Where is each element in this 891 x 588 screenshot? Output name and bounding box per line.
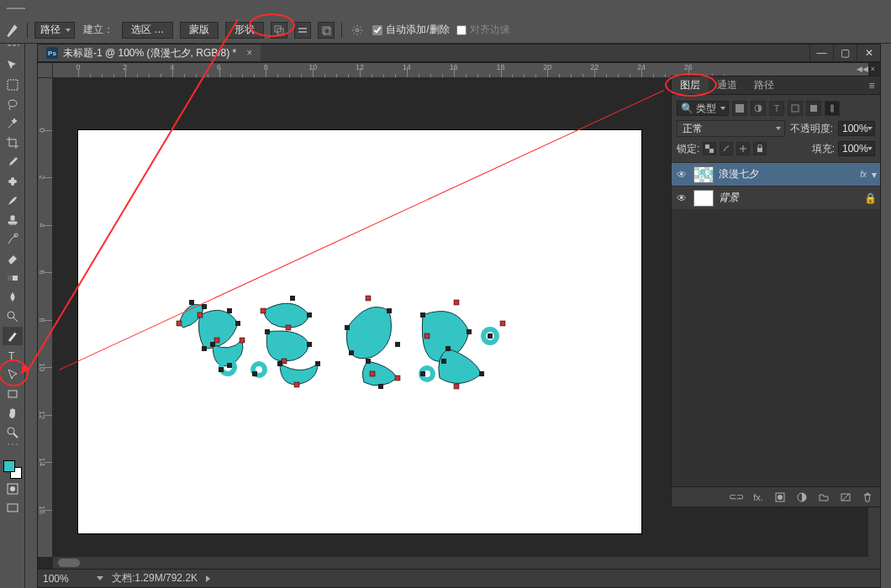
filter-pixel-icon[interactable]: [732, 101, 747, 116]
tool-mode-dropdown[interactable]: 路径: [34, 22, 75, 39]
layer-fx-icon[interactable]: fx.: [751, 490, 766, 505]
path-combine-icon[interactable]: [271, 22, 287, 39]
layer-item-text[interactable]: 👁 浪漫 浪漫七夕 fx ▾: [672, 162, 880, 186]
auto-add-remove-input[interactable]: [372, 25, 382, 35]
align-edges-checkbox[interactable]: 对齐边缘: [456, 23, 510, 37]
canvas-page[interactable]: [78, 130, 641, 533]
layer-mask-icon[interactable]: [772, 490, 788, 505]
gradient-tool[interactable]: [3, 269, 23, 287]
layer-name[interactable]: 浪漫七夕: [719, 167, 855, 181]
layers-empty-area[interactable]: [672, 209, 880, 486]
filter-smart-icon[interactable]: [806, 101, 821, 116]
zoom-level[interactable]: 100%: [43, 573, 88, 585]
shape-button[interactable]: 形状: [225, 22, 264, 39]
path-selection-tool[interactable]: [3, 365, 23, 384]
type-tool[interactable]: T: [3, 346, 23, 365]
svg-rect-53: [294, 382, 299, 387]
path-arrange-icon[interactable]: [318, 22, 335, 39]
hand-tool[interactable]: [3, 404, 23, 423]
auto-add-remove-checkbox[interactable]: 自动添加/删除: [372, 23, 449, 37]
layer-item-background[interactable]: 👁 背景 🔒: [672, 186, 880, 209]
new-layer-icon[interactable]: [838, 490, 853, 505]
expand-icon[interactable]: [206, 575, 214, 582]
history-brush-tool[interactable]: [3, 230, 23, 249]
lock-all-icon[interactable]: [753, 142, 767, 155]
svg-rect-42: [227, 363, 232, 368]
filter-adjust-icon[interactable]: [751, 101, 766, 116]
svg-rect-20: [8, 391, 17, 397]
delete-layer-icon[interactable]: [860, 490, 875, 505]
tab-paths[interactable]: 路径: [746, 76, 783, 94]
hamburger-icon[interactable]: [7, 8, 25, 9]
tab-channels[interactable]: 通道: [709, 76, 746, 94]
svg-rect-47: [286, 325, 291, 330]
filter-type-icon[interactable]: T: [769, 101, 784, 116]
layer-thumbnail[interactable]: [693, 190, 714, 207]
brush-tool[interactable]: [3, 192, 23, 210]
align-edges-input[interactable]: [456, 25, 467, 35]
chevron-down-icon[interactable]: ▾: [872, 169, 877, 181]
lock-position-icon[interactable]: [736, 142, 750, 155]
group-icon[interactable]: [816, 490, 831, 505]
svg-rect-7: [8, 45, 11, 46]
lock-transparent-icon[interactable]: [703, 142, 716, 155]
fill-value[interactable]: 100%: [838, 141, 875, 156]
filter-shape-icon[interactable]: [788, 101, 803, 116]
move-tool[interactable]: [3, 56, 23, 75]
lasso-tool[interactable]: [3, 95, 23, 113]
blur-tool[interactable]: [3, 288, 23, 307]
lock-label: 锁定:: [677, 142, 699, 156]
lock-icon[interactable]: 🔒: [864, 192, 877, 204]
layer-name[interactable]: 背景: [719, 191, 859, 205]
dropdown-icon[interactable]: [97, 576, 103, 580]
layer-fx-badge[interactable]: fx: [860, 170, 867, 179]
magic-wand-tool[interactable]: [3, 114, 23, 133]
stamp-tool[interactable]: [3, 211, 23, 229]
tab-layers[interactable]: 图层: [672, 76, 709, 94]
eyedropper-tool[interactable]: [3, 153, 23, 171]
layer-thumbnail[interactable]: 浪漫: [693, 166, 714, 183]
screen-mode-icon[interactable]: [3, 499, 23, 517]
panel-menu-icon[interactable]: ≡: [863, 76, 880, 94]
marquee-tool[interactable]: [3, 76, 23, 94]
maximize-button[interactable]: ▢: [833, 45, 857, 61]
scroll-thumb[interactable]: [58, 559, 80, 567]
close-tab-icon[interactable]: ×: [246, 47, 252, 59]
rectangle-tool[interactable]: [3, 385, 23, 403]
align-edges-label: 对齐边缘: [470, 23, 510, 37]
selection-button[interactable]: 选区 …: [122, 22, 173, 39]
build-label: 建立：: [82, 23, 115, 37]
visibility-icon[interactable]: 👁: [675, 169, 688, 181]
dodge-tool[interactable]: [3, 307, 23, 326]
crop-tool[interactable]: [3, 134, 23, 152]
mask-button[interactable]: 蒙版: [180, 22, 219, 39]
link-layers-icon[interactable]: ⊂⊃: [729, 490, 744, 505]
document-tab[interactable]: Ps 未标题-1 @ 100% (浪漫七夕, RGB/8) * ×: [38, 45, 261, 61]
healing-brush-tool[interactable]: [3, 172, 23, 191]
vertical-ruler[interactable]: 0246810121416: [38, 78, 53, 557]
minimize-button[interactable]: —: [809, 45, 833, 61]
collapse-icon[interactable]: ◀◀ ×: [857, 65, 875, 73]
blend-mode-dropdown[interactable]: 正常: [677, 120, 785, 137]
color-swatch[interactable]: [3, 460, 22, 479]
pen-tool[interactable]: [3, 327, 23, 345]
filter-type-dropdown[interactable]: 🔍 类型: [677, 101, 729, 116]
adjustment-layer-icon[interactable]: [794, 490, 809, 505]
close-button[interactable]: ✕: [857, 45, 880, 61]
visibility-icon[interactable]: 👁: [675, 192, 688, 204]
gear-icon[interactable]: [349, 22, 366, 39]
svg-rect-36: [227, 308, 232, 313]
artwork-paths[interactable]: [171, 290, 540, 407]
opacity-value[interactable]: 100%: [838, 121, 875, 136]
document-title: 未标题-1 @ 100% (浪漫七夕, RGB/8) *: [63, 46, 236, 60]
eraser-tool[interactable]: [3, 249, 23, 268]
filter-toggle-icon[interactable]: [825, 101, 840, 116]
edit-toolbar-icon[interactable]: [3, 443, 23, 454]
path-align-icon[interactable]: [294, 22, 311, 39]
quick-mask-icon[interactable]: [3, 480, 23, 498]
svg-point-24: [16, 444, 18, 445]
svg-rect-40: [210, 342, 215, 347]
horizontal-scrollbar[interactable]: [53, 557, 868, 569]
zoom-tool[interactable]: [3, 423, 23, 442]
lock-paint-icon[interactable]: [720, 142, 733, 155]
